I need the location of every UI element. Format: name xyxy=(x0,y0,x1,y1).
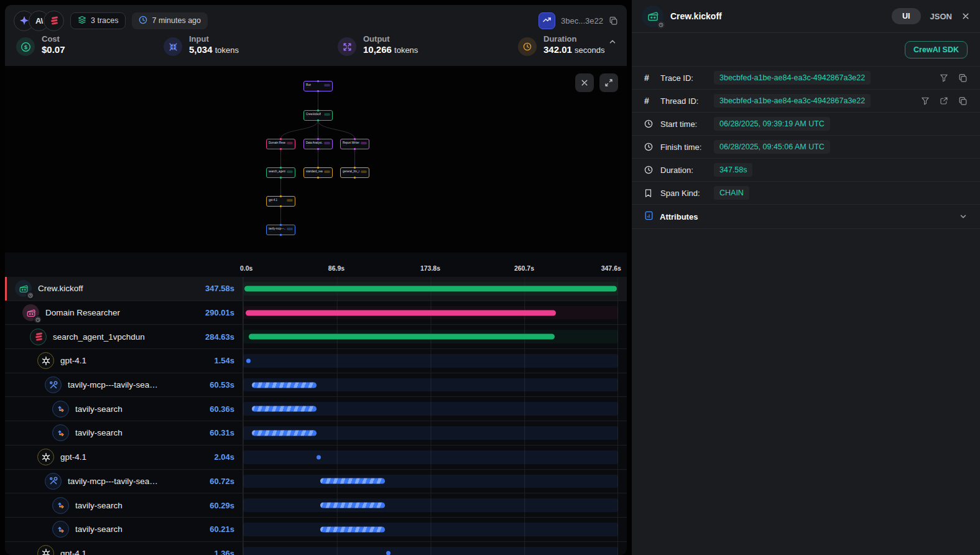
crew-icon xyxy=(15,280,32,297)
span-duration: 1.54s xyxy=(214,356,234,365)
tools-icon xyxy=(45,376,62,393)
graph-expand-button[interactable] xyxy=(599,73,618,92)
span-track xyxy=(243,445,618,469)
span-duration: 347.58s xyxy=(205,284,234,293)
span-track xyxy=(243,325,618,348)
tab-ui[interactable]: UI xyxy=(892,8,921,24)
graph-node-general[interactable]: general_llm_resp...····· xyxy=(340,167,369,178)
attributes-section-toggle[interactable]: Attributes xyxy=(632,204,980,229)
stat-duration: Duration342.01 seconds xyxy=(518,36,616,56)
span-row[interactable]: tavily-search60.36s xyxy=(5,397,627,421)
span-bar xyxy=(252,382,317,388)
external-link-icon[interactable] xyxy=(940,96,948,105)
tavily-icon xyxy=(52,497,69,514)
span-bar xyxy=(320,478,385,484)
span-track xyxy=(243,542,618,555)
span-row[interactable]: tavily-mcp---tavily-sea…60.53s xyxy=(5,373,627,398)
clock-icon xyxy=(139,16,147,26)
span-timeline: 0.0s86.9s173.8s260.7s347.6s Crew.kickoff… xyxy=(5,253,627,555)
svg-text:$: $ xyxy=(24,44,27,50)
graph-close-button[interactable] xyxy=(575,73,594,92)
bookmark-icon xyxy=(644,189,660,198)
field-spankind: Span Kind:CHAIN xyxy=(632,181,980,204)
span-row[interactable]: tavily-search60.31s xyxy=(5,421,627,445)
crewai-logo xyxy=(44,11,64,31)
span-row[interactable]: tavily-search60.29s xyxy=(5,493,627,518)
close-panel-button[interactable] xyxy=(961,12,970,21)
field-label: Trace ID: xyxy=(660,73,714,83)
copy-icon[interactable] xyxy=(958,96,968,106)
tools-icon xyxy=(45,473,62,490)
activity-icon xyxy=(542,15,552,27)
axis-tick: 260.7s xyxy=(514,264,534,272)
graph-node-report[interactable]: Report Writer...····· xyxy=(340,139,369,149)
field-value[interactable]: 3becbfed-a1be-ae84-ea3c-4942867a3e22 xyxy=(714,94,871,108)
copy-trace-id-button[interactable] xyxy=(609,16,618,26)
graph-node-search[interactable]: search_agent_...····· xyxy=(266,167,295,178)
panel-header: Crew.kickoff UI JSON xyxy=(632,0,980,33)
stat-cost: $Cost$0.07 xyxy=(16,36,164,56)
span-bar xyxy=(386,551,391,555)
span-duration: 290.01s xyxy=(205,308,234,317)
field-value[interactable]: 06/28/2025, 09:39:19 AM UTC xyxy=(714,117,830,131)
trace-header: A\ 3 traces 7 minutes ago 3bec...3e22 xyxy=(5,5,627,36)
span-bar xyxy=(252,406,316,412)
span-row[interactable]: gpt-4.11.36s xyxy=(5,542,627,555)
graph-node-tavily[interactable]: tavily-mcp---...····· xyxy=(266,225,295,235)
panel-title: Crew.kickoff xyxy=(670,11,722,21)
crewai-icon xyxy=(30,329,47,345)
field-traceid: #Trace ID:3becbfed-a1be-ae84-ea3c-494286… xyxy=(632,66,980,89)
span-row[interactable]: gpt-4.11.54s xyxy=(5,349,627,373)
graph-edges xyxy=(5,66,627,253)
graph-node-standard[interactable]: standard_reasoni...····· xyxy=(303,167,333,178)
span-row[interactable]: tavily-mcp---tavily-sea…60.72s xyxy=(5,470,627,494)
span-name: gpt-4.1 xyxy=(60,549,86,555)
time-ago-badge[interactable]: 7 minutes ago xyxy=(132,12,208,29)
filter-icon[interactable] xyxy=(940,73,948,82)
hash-icon: # xyxy=(644,96,660,106)
field-value[interactable]: CHAIN xyxy=(714,186,749,200)
arrows-in-icon xyxy=(164,37,182,56)
span-duration: 60.29s xyxy=(210,501,234,510)
graph-node-run[interactable]: Run····· xyxy=(303,81,333,91)
field-value[interactable]: 3becbfed-a1be-ae84-ea3c-4942867a3e22 xyxy=(714,71,871,85)
field-label: Span Kind: xyxy=(660,189,714,198)
sdk-row: CrewAI SDK xyxy=(632,33,980,66)
tavily-icon xyxy=(52,401,69,417)
stat-label: Cost xyxy=(42,34,65,44)
span-bar xyxy=(317,455,321,459)
span-detail-panel: Crew.kickoff UI JSON CrewAI SDK #Trace I… xyxy=(632,0,980,555)
span-name: tavily-mcp---tavily-sea… xyxy=(68,477,158,486)
field-finishtime: Finish time:06/28/2025, 09:45:06 AM UTC xyxy=(632,135,980,158)
copy-icon[interactable] xyxy=(958,73,968,83)
filter-icon[interactable] xyxy=(921,96,930,105)
field-value[interactable]: 06/28/2025, 09:45:06 AM UTC xyxy=(714,140,830,154)
field-starttime: Start time:06/28/2025, 09:39:19 AM UTC xyxy=(632,112,980,135)
time-ago-label: 7 minutes ago xyxy=(152,16,201,25)
span-row[interactable]: search_agent_1vpchdun284.63s xyxy=(5,325,627,349)
traces-count-badge[interactable]: 3 traces xyxy=(70,12,126,29)
span-row[interactable]: gpt-4.12.04s xyxy=(5,445,627,470)
span-name: tavily-search xyxy=(75,525,122,534)
activity-button[interactable] xyxy=(539,12,555,29)
field-value[interactable]: 347.58s xyxy=(714,163,752,177)
span-row[interactable]: Domain Researcher290.01s xyxy=(5,301,627,325)
span-track xyxy=(243,349,618,373)
span-track xyxy=(243,470,618,493)
span-duration: 1.36s xyxy=(214,549,234,555)
graph-node-crew[interactable]: Crew.kickoff····· xyxy=(303,110,333,121)
span-row[interactable]: tavily-search60.21s xyxy=(5,518,627,542)
collapse-stats-chevron-up-icon[interactable] xyxy=(608,37,617,49)
graph-node-domain[interactable]: Domain Research...····· xyxy=(266,139,295,149)
span-row[interactable]: Crew.kickoff347.58s xyxy=(5,277,627,301)
tab-json[interactable]: JSON xyxy=(930,12,952,21)
timeline-axis: 0.0s86.9s173.8s260.7s347.6s xyxy=(5,253,627,277)
tavily-icon xyxy=(52,424,69,441)
openai-icon xyxy=(37,449,54,465)
graph-node-data[interactable]: Data Analyst...····· xyxy=(303,139,333,149)
stat-value: 10,266 tokens xyxy=(363,44,418,56)
hash-icon: # xyxy=(644,73,660,83)
span-bar xyxy=(252,430,316,436)
graph-node-gpt[interactable]: gpt-4.1····· xyxy=(266,196,295,207)
openai-icon xyxy=(37,545,54,555)
